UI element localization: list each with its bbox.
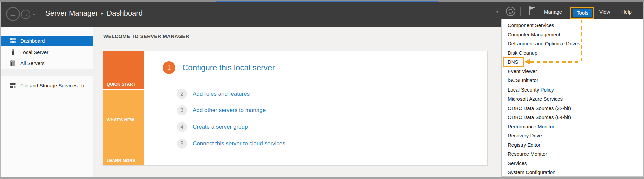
step-number-badge: 4 — [177, 122, 187, 132]
tools-menu-item[interactable]: Recovery Drive — [502, 131, 643, 140]
sidebar-item-label: Local Server — [20, 49, 48, 55]
tab-label: WHAT'S NEW — [107, 118, 134, 122]
step-number-badge: 3 — [177, 105, 187, 115]
breadcrumb-root[interactable]: Server Manager — [45, 9, 98, 17]
menu-manage[interactable]: Manage — [544, 9, 562, 15]
sidebar-item-label: File and Storage Services — [20, 83, 78, 88]
left-frame-edge — [0, 2, 1, 179]
sidebar-item-all-servers[interactable]: All Servers — [1, 58, 93, 68]
server-icon — [10, 49, 16, 55]
sidebar-item-dashboard[interactable]: Dashboard — [1, 36, 93, 46]
tools-menu-item[interactable]: Component Services — [502, 21, 643, 30]
create-server-group-link[interactable]: Create a server group — [193, 122, 248, 132]
forward-icon[interactable]: → — [21, 10, 30, 19]
tools-menu-item[interactable]: Disk Cleanup — [502, 48, 643, 58]
tools-menu-item[interactable]: Microsoft Azure Services — [502, 94, 643, 104]
annotation-arrow-vertical — [581, 20, 582, 62]
tab-label: LEARN MORE — [107, 158, 135, 163]
breadcrumb: Server Manager▸Dashboard — [45, 9, 143, 18]
tools-menu-item[interactable]: Event Viewer — [502, 67, 643, 76]
server-manager-window: ← → ▾ Server Manager▸Dashboard ▾ Manage … — [0, 0, 644, 179]
tools-menu-item[interactable]: Services — [502, 159, 643, 168]
tab-whats-new[interactable]: WHAT'S NEW — [103, 90, 144, 125]
step-number-badge: 5 — [177, 139, 187, 149]
tools-menu-list: Component ServicesComputer ManagementDef… — [502, 21, 643, 177]
expand-chevron-icon[interactable]: ▷ — [82, 83, 85, 88]
step-number-badge: 1 — [163, 61, 175, 74]
dashboard-grid-icon — [10, 38, 16, 44]
sidebar-item-local-server[interactable]: Local Server — [1, 47, 93, 57]
sidebar-item-label: Dashboard — [20, 38, 45, 44]
menu-view[interactable]: View — [599, 9, 610, 15]
servers-icon — [10, 60, 16, 66]
bottom-frame-strip — [0, 177, 644, 179]
page-title: Dashboard — [107, 9, 143, 17]
tab-quick-start[interactable]: QUICK START — [103, 51, 144, 89]
breadcrumb-separator-icon: ▸ — [101, 11, 104, 16]
back-icon[interactable]: ← — [6, 7, 20, 21]
sidebar-item-label: All Servers — [20, 60, 45, 66]
tools-menu-item[interactable]: Performance Monitor — [502, 122, 643, 131]
configure-local-server-link[interactable]: Configure this local server — [182, 62, 275, 73]
toolbar-divider — [520, 7, 521, 16]
sidebar-item-file-storage-services[interactable]: File and Storage Services ▷ — [1, 80, 93, 91]
tools-menu-item[interactable]: ODBC Data Sources (64-bit) — [502, 113, 643, 122]
refresh-icon[interactable] — [506, 6, 516, 16]
navigation-sidebar: Dashboard Local Server All Servers — [1, 27, 93, 177]
tools-menu-item[interactable]: iSCSI Initiator — [502, 76, 643, 85]
tools-menu-item[interactable]: ODBC Data Sources (32-bit) — [502, 104, 643, 113]
welcome-heading: WELCOME TO SERVER MANAGER — [103, 33, 189, 39]
history-caret-icon[interactable]: ▾ — [33, 12, 35, 17]
tab-label: QUICK START — [107, 82, 136, 87]
add-roles-features-link[interactable]: Add roles and features — [193, 89, 250, 99]
refresh-caret-icon[interactable]: ▾ — [496, 10, 498, 14]
file-storage-icon — [10, 83, 16, 88]
connect-cloud-services-link[interactable]: Connect this server to cloud services — [193, 139, 285, 149]
tools-menu-item[interactable]: Local Security Policy — [502, 85, 643, 95]
sidebar-spacer — [1, 69, 93, 76]
add-other-servers-link[interactable]: Add other servers to manage — [193, 105, 266, 115]
menu-help[interactable]: Help — [621, 9, 632, 15]
welcome-tile: QUICK START WHAT'S NEW LEARN MORE 1 Conf… — [103, 51, 488, 166]
tools-menu-item[interactable]: Registry Editor — [502, 140, 643, 150]
tools-menu-item[interactable]: Computer Management — [502, 30, 643, 39]
notifications-flag-icon[interactable] — [528, 6, 536, 15]
tools-menu-item[interactable]: System Configuration — [502, 168, 643, 177]
tools-highlight-box — [570, 7, 594, 19]
annotation-arrow-horizontal — [530, 61, 581, 63]
step-number-badge: 2 — [177, 89, 187, 99]
tools-dropdown-menu: Component ServicesComputer ManagementDef… — [501, 19, 643, 177]
tools-menu-item[interactable]: Resource Monitor — [502, 149, 643, 159]
annotation-arrowhead-icon — [525, 59, 530, 65]
tools-menu-item[interactable]: Defragment and Optimize Drives — [502, 39, 643, 48]
dns-highlight-box — [503, 57, 524, 67]
top-frame-blue-accent — [216, 1, 438, 2]
tab-learn-more[interactable]: LEARN MORE — [103, 125, 144, 165]
